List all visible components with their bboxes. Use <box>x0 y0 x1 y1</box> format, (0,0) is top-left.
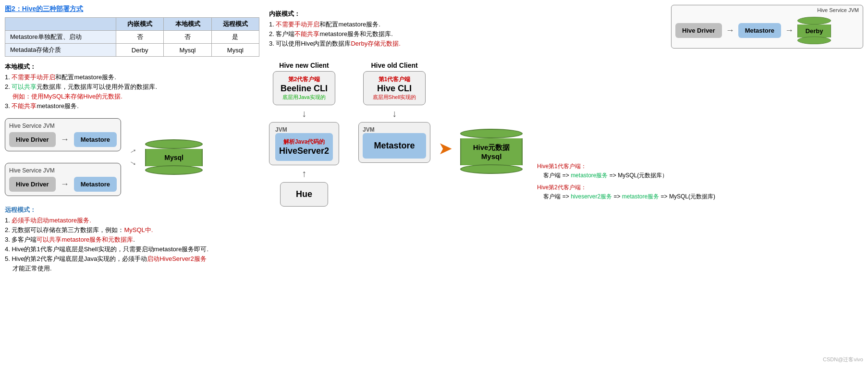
local-diagram-2: Hive Service JVM Hive Driver → Metastore <box>5 163 121 196</box>
metastore-box-2: Metastore <box>74 177 117 192</box>
new-client-sub: 底层用Java实现的 <box>279 94 329 101</box>
old-client-name: Hive CLI <box>369 84 419 94</box>
old-client-title: Hive old Client <box>371 61 417 69</box>
list-item: 1. 不需要手动开启和配置metastore服务. <box>269 20 661 29</box>
row1-col1: 否 <box>116 31 164 44</box>
list-item: 3. 多客户端可以共享metastore服务和元数据库. <box>5 235 259 244</box>
embedded-metastore: Metastore <box>738 23 781 38</box>
meta-cylinder: Hive元数据 Mysql <box>460 129 523 174</box>
arrow-bottom: → <box>127 157 139 170</box>
watermark: CSDN@迁客vivo <box>823 356 863 363</box>
list-item: 2. 元数据可以存储在第三方数据库，例如：MySQL中. <box>5 226 259 234</box>
jvm1-label: JVM <box>275 126 333 133</box>
orange-arrow-icon: ➤ <box>438 138 452 159</box>
jvm-inner-1: Hive Driver → Metastore <box>9 132 117 147</box>
page-title: 图2：Hive的三种部署方式 <box>5 5 259 13</box>
client-info-text: Hive第1代客户端： 客户端 => metastore服务 => MySQL(… <box>537 61 715 202</box>
meta-cyl-body: Hive元数据 Mysql <box>460 138 523 165</box>
jvm2-label: JVM <box>363 126 426 133</box>
highlight-text: 可以共享 <box>12 83 37 90</box>
cyl-bottom <box>145 165 203 175</box>
highlight-text: 不能共享 <box>12 102 37 110</box>
client2-desc: 客户端 => hiveserver2服务 => metastore服务 => M… <box>537 193 715 201</box>
jvm-label-2: Hive Service JVM <box>9 167 117 174</box>
jvm2-box: JVM Metastore <box>358 122 430 163</box>
driver-box-1: Hive Driver <box>9 132 56 147</box>
cyl-body: Derby <box>797 25 831 37</box>
jvm-inner-2: Hive Driver → Metastore <box>9 177 117 192</box>
local-diagrams: Hive Service JVM Hive Driver → Metastore… <box>5 114 259 200</box>
col-header-1: 内嵌模式 <box>116 18 164 31</box>
new-client-box: 第2代客户端 Beeline CLI 底层用Java实现的 <box>273 71 335 105</box>
list-item: 5. Hive的第2代客户端底层是Java实现的，必须手动启动HiveServe… <box>5 255 259 263</box>
client1-info: Hive第1代客户端： 客户端 => metastore服务 => MySQL(… <box>537 162 715 180</box>
driver-box-2: Hive Driver <box>9 177 56 192</box>
row1-col2: 否 <box>164 31 211 44</box>
jvm1-box: JVM 解析Java代码的 HiveServer2 <box>269 122 339 165</box>
local-jvm-diagrams: Hive Service JVM Hive Driver → Metastore… <box>5 114 121 200</box>
highlight-text: 必须手动启动metastore服务. <box>12 217 91 224</box>
old-client-box: 第1代客户端 Hive CLI 底层用Shell实现的 <box>363 71 426 105</box>
clients-top-row: Hive new Client 第2代客户端 Beeline CLI 底层用Ja… <box>269 61 430 207</box>
arrow-mysql: → → <box>129 146 137 168</box>
clients-left: Hive new Client 第2代客户端 Beeline CLI 底层用Ja… <box>269 61 430 207</box>
row1-label: Metastore单独配置、启动 <box>5 31 116 44</box>
left-panel: 图2：Hive的三种部署方式 内嵌模式 本地模式 远程模式 Metastore单… <box>5 5 259 277</box>
new-client-title: Hive new Client <box>279 61 329 69</box>
jvm2-content: Metastore <box>363 133 426 159</box>
client1-desc: 客户端 => metastore服务 => MySQL(元数据库） <box>537 172 715 180</box>
list-item: 3. 不能共享metastore服务. <box>5 102 259 110</box>
list-item: 才能正常使用. <box>5 264 259 273</box>
list-item: 例如：使用MySQL来存储Hive的元数据. <box>5 92 259 101</box>
hue-box: Hue <box>280 182 328 207</box>
deploy-table: 内嵌模式 本地模式 远程模式 Metastore单独配置、启动 否 否 是 Me… <box>5 17 259 57</box>
highlight-text: 不需要手动开启 <box>276 21 319 28</box>
client2-title: Hive第2代客户端： <box>537 184 715 192</box>
row2-col3: Mysql <box>211 44 259 57</box>
mysql-cylinder: Mysql <box>145 139 203 175</box>
main-container: 图2：Hive的三种部署方式 内嵌模式 本地模式 远程模式 Metastore单… <box>5 5 863 277</box>
list-item: 1. 不需要手动开启和配置metastore服务. <box>5 73 259 82</box>
arrow-down-icon: ↓ <box>302 108 306 119</box>
highlight-text: 启动HiveServer2服务 <box>147 255 207 262</box>
arrow-to-meta: ➤ <box>438 61 452 159</box>
client1-title: Hive第1代客户端： <box>537 162 715 171</box>
col-header-2: 本地模式 <box>164 18 211 31</box>
embedded-list: 1. 不需要手动开启和配置metastore服务. 2. 客户端不能共享meta… <box>269 20 661 48</box>
list-item: 2. 客户端不能共享metastore服务和元数据库. <box>269 30 661 38</box>
embedded-mode-title: 内嵌模式： <box>269 10 661 18</box>
new-client-tag: 第2代客户端 <box>279 75 329 84</box>
new-client-name: Beeline CLI <box>279 84 329 94</box>
jvm1-name: HiveServer2 <box>279 146 329 156</box>
derby-cylinder: Derby <box>797 17 831 44</box>
table-row: Metadata存储介质 Derby Mysql Mysql <box>5 44 259 57</box>
meta-cyl-top <box>460 129 523 138</box>
right-top: 内嵌模式： 1. 不需要手动开启和配置metastore服务. 2. 客户端不能… <box>269 5 863 52</box>
cyl-top <box>797 17 831 25</box>
remote-mode-section: 远程模式： 1. 必须手动启动metastore服务. 2. 元数据可以存储在第… <box>5 206 259 273</box>
arrow-up-icon: ↑ <box>302 168 306 179</box>
hive-meta-db: Hive元数据 Mysql <box>460 61 523 174</box>
meta-cyl-bottom <box>460 164 523 174</box>
embedded-diagram: Hive Service JVM Hive Driver → Metastore… <box>671 5 863 52</box>
old-client-sub: 底层用Shell实现的 <box>369 94 419 101</box>
row1-col3: 是 <box>211 31 259 44</box>
local-mode-title: 本地模式： <box>5 62 259 71</box>
client-section: Hive new Client 第2代客户端 Beeline CLI 底层用Ja… <box>269 61 863 207</box>
jvm1-content: 解析Java代码的 HiveServer2 <box>275 133 333 161</box>
meta-line2: Mysql <box>481 152 502 160</box>
list-item: 1. 必须手动启动metastore服务. <box>5 216 259 225</box>
highlight-text: Derby存储元数据. <box>351 40 400 47</box>
list-item: 3. 可以使用Hive内置的数据库Derby存储元数据. <box>269 39 661 48</box>
embedded-driver: Hive Driver <box>675 23 722 38</box>
meta-line1: Hive元数据 <box>473 143 510 151</box>
old-client-col: Hive old Client 第1代客户端 Hive CLI 底层用Shell… <box>358 61 430 207</box>
arrow-icon: → <box>726 25 734 36</box>
local-mode-list: 1. 不需要手动开启和配置metastore服务. 2. 可以共享元数据库，元数… <box>5 73 259 110</box>
arrow-icon: → <box>785 25 794 36</box>
cyl-body: Mysql <box>145 149 203 166</box>
highlight-text: MySQL中. <box>124 226 153 233</box>
cyl-top <box>145 139 203 149</box>
local-diagram-1: Hive Service JVM Hive Driver → Metastore <box>5 118 121 151</box>
list-item: 4. Hive的第1代客户端底层是Shell实现的，只需要启动metastore… <box>5 245 259 254</box>
